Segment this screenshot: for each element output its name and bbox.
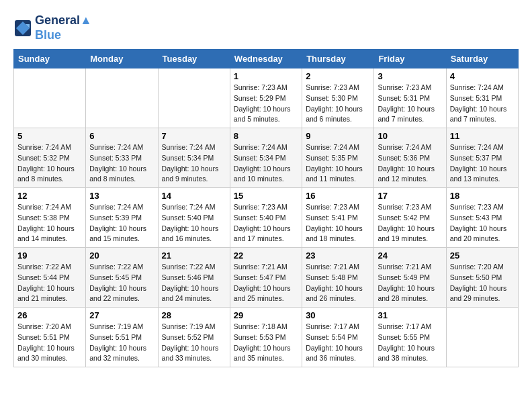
day-number: 25	[450, 250, 515, 261]
day-number: 14	[162, 191, 226, 201]
calendar-header-row: SundayMondayTuesdayWednesdayThursdayFrid…	[14, 50, 519, 68]
day-info-text: Sunrise: 7:22 AM Sunset: 5:45 PM Dayligh…	[89, 262, 154, 304]
calendar-day-cell: 11Sunrise: 7:24 AM Sunset: 5:37 PM Dayli…	[446, 128, 518, 188]
day-number: 16	[306, 191, 370, 201]
calendar-day-cell: 3Sunrise: 7:23 AM Sunset: 5:31 PM Daylig…	[374, 68, 446, 128]
calendar-day-cell: 2Sunrise: 7:23 AM Sunset: 5:30 PM Daylig…	[302, 68, 374, 128]
calendar-day-cell: 19Sunrise: 7:22 AM Sunset: 5:44 PM Dayli…	[14, 248, 86, 308]
day-number: 8	[234, 131, 298, 141]
day-info-text: Sunrise: 7:24 AM Sunset: 5:36 PM Dayligh…	[378, 142, 442, 185]
page-header: General▲ Blue	[13, 13, 519, 42]
day-info-text: Sunrise: 7:21 AM Sunset: 5:47 PM Dayligh…	[234, 262, 298, 304]
calendar-day-cell: 16Sunrise: 7:23 AM Sunset: 5:41 PM Dayli…	[302, 188, 374, 248]
day-number: 21	[162, 250, 226, 261]
day-info-text: Sunrise: 7:23 AM Sunset: 5:43 PM Dayligh…	[450, 202, 515, 244]
day-info-text: Sunrise: 7:24 AM Sunset: 5:39 PM Dayligh…	[89, 202, 154, 244]
calendar-day-cell: 28Sunrise: 7:19 AM Sunset: 5:52 PM Dayli…	[158, 308, 230, 367]
day-info-text: Sunrise: 7:21 AM Sunset: 5:48 PM Dayligh…	[306, 262, 370, 304]
column-header-friday: Friday	[374, 50, 446, 68]
day-info-text: Sunrise: 7:20 AM Sunset: 5:51 PM Dayligh…	[17, 322, 82, 364]
column-header-thursday: Thursday	[302, 50, 374, 68]
calendar-week-row: 1Sunrise: 7:23 AM Sunset: 5:29 PM Daylig…	[14, 68, 519, 128]
day-info-text: Sunrise: 7:23 AM Sunset: 5:40 PM Dayligh…	[234, 202, 298, 244]
day-info-text: Sunrise: 7:17 AM Sunset: 5:55 PM Dayligh…	[378, 322, 442, 364]
day-number: 26	[17, 310, 82, 320]
day-number: 6	[89, 131, 154, 141]
calendar-day-cell: 14Sunrise: 7:24 AM Sunset: 5:40 PM Dayli…	[158, 188, 230, 248]
day-number: 5	[17, 131, 82, 141]
calendar-day-cell: 24Sunrise: 7:21 AM Sunset: 5:49 PM Dayli…	[374, 248, 446, 308]
day-number: 27	[89, 310, 154, 320]
calendar-week-row: 26Sunrise: 7:20 AM Sunset: 5:51 PM Dayli…	[14, 308, 519, 367]
calendar-day-cell: 31Sunrise: 7:17 AM Sunset: 5:55 PM Dayli…	[374, 308, 446, 367]
calendar-day-cell	[14, 68, 86, 128]
day-info-text: Sunrise: 7:23 AM Sunset: 5:29 PM Dayligh…	[234, 83, 298, 125]
calendar-day-cell: 23Sunrise: 7:21 AM Sunset: 5:48 PM Dayli…	[302, 248, 374, 308]
day-info-text: Sunrise: 7:24 AM Sunset: 5:40 PM Dayligh…	[162, 202, 226, 244]
calendar-day-cell: 26Sunrise: 7:20 AM Sunset: 5:51 PM Dayli…	[14, 308, 86, 367]
day-info-text: Sunrise: 7:24 AM Sunset: 5:34 PM Dayligh…	[234, 142, 298, 185]
calendar-day-cell: 21Sunrise: 7:22 AM Sunset: 5:46 PM Dayli…	[158, 248, 230, 308]
logo-icon	[13, 19, 32, 38]
calendar-day-cell: 30Sunrise: 7:17 AM Sunset: 5:54 PM Dayli…	[302, 308, 374, 367]
calendar-day-cell: 10Sunrise: 7:24 AM Sunset: 5:36 PM Dayli…	[374, 128, 446, 188]
column-header-saturday: Saturday	[446, 50, 518, 68]
calendar-week-row: 19Sunrise: 7:22 AM Sunset: 5:44 PM Dayli…	[14, 248, 519, 308]
day-info-text: Sunrise: 7:20 AM Sunset: 5:50 PM Dayligh…	[450, 262, 515, 304]
day-info-text: Sunrise: 7:23 AM Sunset: 5:31 PM Dayligh…	[378, 83, 442, 125]
calendar-table: SundayMondayTuesdayWednesdayThursdayFrid…	[13, 49, 519, 367]
day-info-text: Sunrise: 7:21 AM Sunset: 5:49 PM Dayligh…	[378, 262, 442, 304]
calendar-week-row: 5Sunrise: 7:24 AM Sunset: 5:32 PM Daylig…	[14, 128, 519, 188]
day-number: 24	[378, 250, 442, 261]
calendar-day-cell: 17Sunrise: 7:23 AM Sunset: 5:42 PM Dayli…	[374, 188, 446, 248]
day-number: 20	[89, 250, 154, 261]
day-number: 22	[234, 250, 298, 261]
day-info-text: Sunrise: 7:24 AM Sunset: 5:32 PM Dayligh…	[17, 142, 82, 185]
day-info-text: Sunrise: 7:19 AM Sunset: 5:52 PM Dayligh…	[162, 322, 226, 364]
logo: General▲ Blue	[13, 13, 92, 42]
day-info-text: Sunrise: 7:18 AM Sunset: 5:53 PM Dayligh…	[234, 322, 298, 364]
logo-text-line1: General▲	[35, 13, 92, 28]
day-info-text: Sunrise: 7:24 AM Sunset: 5:33 PM Dayligh…	[89, 142, 154, 185]
calendar-week-row: 12Sunrise: 7:24 AM Sunset: 5:38 PM Dayli…	[14, 188, 519, 248]
day-number: 29	[234, 310, 298, 320]
calendar-day-cell	[86, 68, 158, 128]
day-info-text: Sunrise: 7:17 AM Sunset: 5:54 PM Dayligh…	[306, 322, 370, 364]
day-number: 17	[378, 191, 442, 201]
calendar-day-cell: 7Sunrise: 7:24 AM Sunset: 5:34 PM Daylig…	[158, 128, 230, 188]
day-number: 31	[378, 310, 442, 320]
calendar-day-cell: 8Sunrise: 7:24 AM Sunset: 5:34 PM Daylig…	[230, 128, 302, 188]
day-number: 28	[162, 310, 226, 320]
day-info-text: Sunrise: 7:24 AM Sunset: 5:34 PM Dayligh…	[162, 142, 226, 185]
day-number: 10	[378, 131, 442, 141]
calendar-day-cell: 25Sunrise: 7:20 AM Sunset: 5:50 PM Dayli…	[446, 248, 518, 308]
calendar-day-cell: 9Sunrise: 7:24 AM Sunset: 5:35 PM Daylig…	[302, 128, 374, 188]
day-number: 9	[306, 131, 370, 141]
day-number: 15	[234, 191, 298, 201]
day-info-text: Sunrise: 7:24 AM Sunset: 5:38 PM Dayligh…	[17, 202, 82, 244]
day-info-text: Sunrise: 7:22 AM Sunset: 5:46 PM Dayligh…	[162, 262, 226, 304]
day-number: 4	[450, 71, 515, 81]
day-number: 7	[162, 131, 226, 141]
day-number: 23	[306, 250, 370, 261]
day-number: 18	[450, 191, 515, 201]
calendar-day-cell: 13Sunrise: 7:24 AM Sunset: 5:39 PM Dayli…	[86, 188, 158, 248]
day-number: 19	[17, 250, 82, 261]
day-info-text: Sunrise: 7:23 AM Sunset: 5:41 PM Dayligh…	[306, 202, 370, 244]
column-header-monday: Monday	[86, 50, 158, 68]
day-info-text: Sunrise: 7:23 AM Sunset: 5:42 PM Dayligh…	[378, 202, 442, 244]
calendar-day-cell: 29Sunrise: 7:18 AM Sunset: 5:53 PM Dayli…	[230, 308, 302, 367]
calendar-day-cell: 5Sunrise: 7:24 AM Sunset: 5:32 PM Daylig…	[14, 128, 86, 188]
column-header-wednesday: Wednesday	[230, 50, 302, 68]
calendar-day-cell	[158, 68, 230, 128]
calendar-day-cell: 1Sunrise: 7:23 AM Sunset: 5:29 PM Daylig…	[230, 68, 302, 128]
day-number: 12	[17, 191, 82, 201]
calendar-day-cell: 4Sunrise: 7:24 AM Sunset: 5:31 PM Daylig…	[446, 68, 518, 128]
day-info-text: Sunrise: 7:24 AM Sunset: 5:35 PM Dayligh…	[306, 142, 370, 185]
column-header-sunday: Sunday	[14, 50, 86, 68]
calendar-day-cell: 22Sunrise: 7:21 AM Sunset: 5:47 PM Dayli…	[230, 248, 302, 308]
logo-text-line2: Blue	[35, 28, 92, 43]
calendar-day-cell: 18Sunrise: 7:23 AM Sunset: 5:43 PM Dayli…	[446, 188, 518, 248]
day-number: 3	[378, 71, 442, 81]
day-number: 1	[234, 71, 298, 81]
